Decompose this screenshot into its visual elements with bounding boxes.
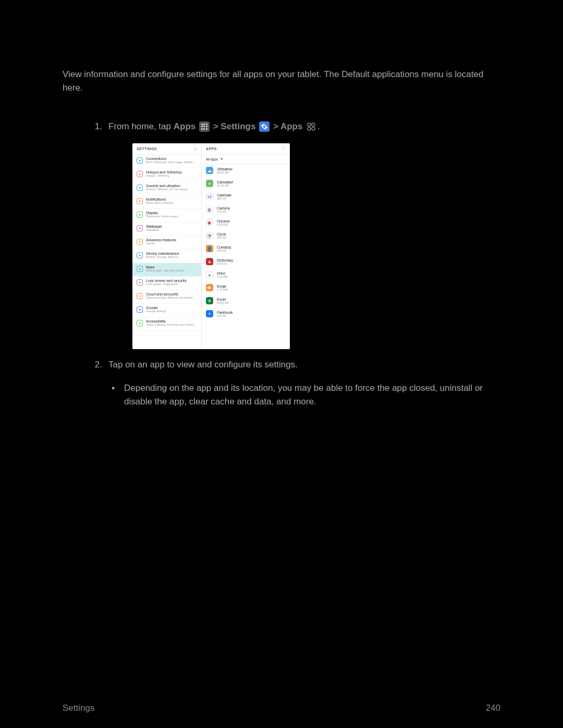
app-title: 1Weather <box>217 167 286 171</box>
settings-row-title: Apps <box>146 265 197 269</box>
settings-row-title: Display <box>146 211 197 215</box>
settings-row[interactable]: ●Cloud and accountsSamsung Cloud, Backup… <box>132 290 201 304</box>
app-row[interactable]: 12Calendar380 KB <box>202 190 290 203</box>
settings-row-sub: Lock screen, Fingerprints <box>146 282 197 286</box>
app-size: 256 KB <box>217 249 286 252</box>
apps-filter[interactable]: All apps ▼ <box>202 155 290 164</box>
app-size: 1.77 MB <box>217 288 286 291</box>
settings-row[interactable]: ●AccessibilityVision, Hearing, Dexterity… <box>132 317 201 331</box>
app-size: 380 KB <box>217 197 286 200</box>
app-title: Camera <box>217 206 286 210</box>
settings-row[interactable]: ●Sounds and vibrationSounds, Vibration, … <box>132 182 201 195</box>
settings-row-title: Connections <box>146 157 197 161</box>
settings-row-sub: Wallpaper <box>146 228 197 231</box>
footer-section: Settings <box>63 703 94 713</box>
app-row[interactable]: ×Calculator16.00 KB <box>202 177 290 190</box>
settings-row[interactable]: ●ConnectionsWi-Fi, Bluetooth, Data usage… <box>132 155 201 168</box>
settings-row-icon: ● <box>137 239 143 245</box>
settings-row-sub: Block, allow, prioritize <box>146 201 197 204</box>
app-title: Calculator <box>217 180 286 184</box>
gear-icon <box>259 121 270 132</box>
apps-filter-label: All apps <box>206 157 218 161</box>
settings-row[interactable]: ●AppsDefault apps, App permissions <box>132 263 201 277</box>
label-apps: Apps <box>174 121 196 131</box>
settings-row-title: Device maintenance <box>146 252 197 255</box>
settings-row[interactable]: ●Device maintenanceBattery, Storage, Mem… <box>132 250 201 263</box>
bullet-mark: ▪ <box>112 381 124 409</box>
settings-row[interactable]: ●Advanced featuresGames <box>132 236 201 250</box>
app-icon: ◔ <box>206 232 213 239</box>
settings-row-icon: ● <box>137 184 143 191</box>
app-row[interactable]: 👤Contacts256 KB <box>202 242 290 255</box>
intro-text: View information and configure settings … <box>63 68 500 94</box>
settings-row[interactable]: ●Hotspot and TetheringHotspot, Tethering <box>132 168 201 182</box>
app-title: Email <box>217 285 286 288</box>
app-icon: ☁ <box>206 167 213 174</box>
app-icon: X <box>206 297 213 304</box>
settings-row-icon: ● <box>137 171 143 177</box>
settings-row[interactable]: ●DisplayBrightness, Home screen <box>132 209 201 223</box>
app-size: 68.00 KB <box>217 301 286 304</box>
app-row[interactable]: ☁1Weather68.00 KB <box>202 164 290 177</box>
app-icon: ◉ <box>206 219 213 226</box>
settings-row[interactable]: ●WallpaperWallpaper <box>132 223 201 236</box>
settings-row-sub: Games <box>146 242 197 245</box>
app-icon: f <box>206 310 213 317</box>
label-settings: Settings <box>221 121 255 131</box>
settings-row-title: Notifications <box>146 198 197 201</box>
app-row[interactable]: aDictionary8.00 KB <box>202 255 290 268</box>
settings-row[interactable]: ●NotificationsBlock, allow, prioritize <box>132 195 201 209</box>
app-title: Contacts <box>217 245 286 249</box>
settings-row-title: Hotspot and Tethering <box>146 170 197 174</box>
app-row[interactable]: fFacebook104 KB <box>202 307 290 320</box>
app-size: 0.00 MB <box>217 275 286 278</box>
app-icon: 👤 <box>206 245 213 252</box>
app-title: Chrome <box>217 219 286 223</box>
app-icon: a <box>206 258 213 265</box>
footer-page-number: 240 <box>486 703 500 713</box>
step-number: 1. <box>87 120 102 133</box>
app-size: 8.00 KB <box>217 262 286 265</box>
app-icon: ✉ <box>206 284 213 291</box>
app-title: Facebook <box>217 311 286 314</box>
svg-point-3 <box>312 127 315 130</box>
apps-header: APPS ⋮ <box>202 143 290 155</box>
settings-row-icon: ● <box>137 320 143 326</box>
more-icon[interactable]: ⋮ <box>282 146 286 151</box>
settings-row-icon: ● <box>137 252 143 258</box>
settings-row[interactable]: ●GoogleGoogle settings <box>132 304 201 317</box>
settings-row-title: Cloud and accounts <box>146 292 197 296</box>
settings-row-title: Advanced features <box>146 238 197 242</box>
app-title: Calendar <box>217 193 286 197</box>
step1-prefix: From home, tap <box>108 121 174 131</box>
step2-text: Tap on an app to view and configure its … <box>108 359 500 371</box>
app-size: 340 KB <box>217 236 286 239</box>
svg-point-1 <box>312 123 315 126</box>
app-row[interactable]: ◉Chrome6.33 MB <box>202 216 290 229</box>
settings-row[interactable]: ●Lock screen and securityLock screen, Fi… <box>132 277 201 290</box>
step-1: 1. From home, tap Apps > Settings > Apps <box>87 120 500 133</box>
settings-row-sub: Brightness, Home screen <box>146 215 197 218</box>
svg-point-2 <box>308 127 311 130</box>
settings-row-sub: Wi-Fi, Bluetooth, Data usage, Airplane m… <box>146 161 197 164</box>
separator: > <box>273 121 280 131</box>
app-row[interactable]: XExcel68.00 KB <box>202 294 290 307</box>
app-row[interactable]: ◔Clock340 KB <box>202 229 290 242</box>
settings-row-sub: Battery, Storage, Memory <box>146 255 197 258</box>
app-row[interactable]: ✉Email1.77 MB <box>202 281 290 294</box>
settings-row-icon: ● <box>137 212 143 218</box>
separator: > <box>213 121 221 131</box>
settings-row-icon: ● <box>137 157 143 164</box>
svg-point-0 <box>308 123 311 126</box>
app-size: 16.00 KB <box>217 184 286 187</box>
app-icon: ▲ <box>206 271 213 278</box>
app-row[interactable]: ◎Camera140 KB <box>202 203 290 216</box>
search-icon[interactable]: ⌕ <box>194 146 197 151</box>
app-row[interactable]: ▲Drive0.00 MB <box>202 268 290 281</box>
settings-header: SETTINGS ⌕ <box>132 143 201 155</box>
app-title: Dictionary <box>217 258 286 262</box>
apps-header-title: APPS <box>206 147 217 151</box>
apps-grid-icon <box>199 121 210 132</box>
settings-row-title: Google <box>146 306 197 310</box>
step-2: 2. Tap on an app to view and configure i… <box>87 359 500 371</box>
